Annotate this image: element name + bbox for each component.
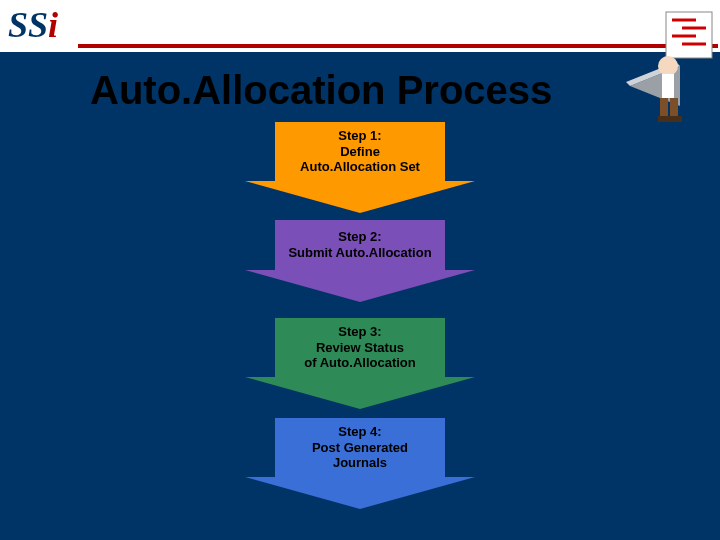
arrow-head-icon [245, 270, 475, 302]
step-2-arrow: Step 2: Submit Auto.Allocation [245, 220, 475, 302]
step-4-arrow: Step 4: Post Generated Journals [245, 418, 475, 509]
svg-rect-8 [662, 74, 674, 98]
logo-main: SS [8, 5, 48, 45]
step-4-label: Step 4: Post Generated Journals [312, 424, 408, 471]
step-3-label: Step 3: Review Status of Auto.Allocation [304, 324, 415, 371]
svg-rect-10 [670, 98, 678, 118]
step-2-label: Step 2: Submit Auto.Allocation [288, 229, 431, 260]
logo: SSi [8, 4, 58, 46]
logo-accent: i [48, 5, 58, 45]
step-1-arrow: Step 1: Define Auto.Allocation Set [245, 122, 475, 213]
arrow-head-icon [245, 477, 475, 509]
left-stripe [0, 52, 78, 540]
svg-rect-12 [670, 116, 682, 122]
arrow-head-icon [245, 181, 475, 213]
step-1-label: Step 1: Define Auto.Allocation Set [300, 128, 420, 175]
arrow-head-icon [245, 377, 475, 409]
svg-rect-9 [660, 98, 668, 118]
step-3-arrow: Step 3: Review Status of Auto.Allocation [245, 318, 475, 409]
page-title: Auto.Allocation Process [90, 68, 650, 113]
svg-rect-11 [658, 116, 670, 122]
header-bar: SSi [0, 0, 720, 52]
svg-point-7 [658, 56, 678, 76]
